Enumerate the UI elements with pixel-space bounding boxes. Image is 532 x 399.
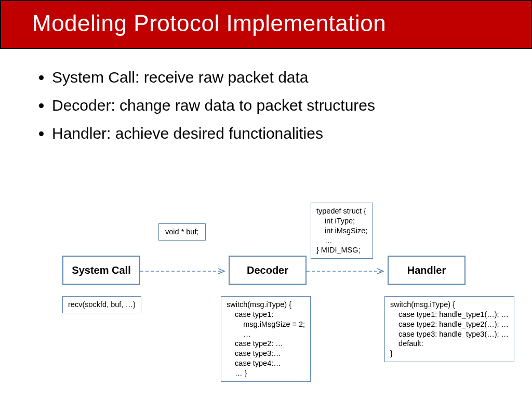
bullet-item: Decoder: change raw data to packet struc…: [52, 91, 496, 119]
bullet-list: System Call: receive raw packet data Dec…: [36, 63, 496, 148]
bullet-item: Handler: achieve desired functionalities: [52, 119, 496, 148]
bullet-item: System Call: receive raw packet data: [52, 63, 496, 91]
code-decoder-switch: switch(msg.iType) { case type1: msg.iMsg…: [221, 296, 311, 382]
arrow-decoder-to-handler: [307, 268, 388, 274]
code-struct-definition: typedef struct { int iType; int iMsgSize…: [311, 203, 373, 259]
node-decoder: Decoder: [229, 256, 307, 285]
node-handler: Handler: [388, 256, 466, 285]
slide: Modeling Protocol Implementation System …: [0, 0, 532, 399]
slide-title: Modeling Protocol Implementation: [0, 0, 532, 49]
code-buf-declaration: void * buf;: [158, 223, 206, 241]
diagram-area: void * buf; typedef struct { int iType; …: [0, 197, 532, 395]
code-recv-call: recv(sockfd, buf, …): [62, 296, 141, 313]
code-handler-switch: switch(msg.iType) { case type1: handle_t…: [384, 296, 514, 362]
arrow-syscall-to-decoder: [140, 268, 229, 274]
node-system-call: System Call: [62, 256, 140, 285]
